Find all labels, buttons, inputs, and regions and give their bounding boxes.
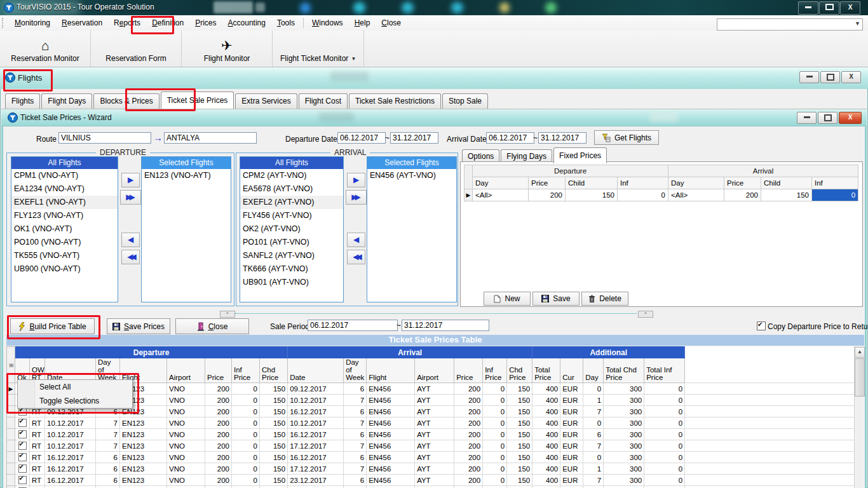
table-cell[interactable]: 16.12.2017 <box>45 463 96 475</box>
table-cell[interactable]: EUR <box>560 475 583 486</box>
table-cell[interactable]: VNO <box>167 417 205 429</box>
column-header-price[interactable]: Price <box>454 358 483 383</box>
table-cell[interactable]: 0 <box>644 383 685 395</box>
table-row[interactable]: ✔RT16.12.20176EN123VNO200015017.12.20177… <box>7 463 855 475</box>
table-cell[interactable]: 200 <box>205 440 232 452</box>
table-cell[interactable]: AYT <box>415 440 454 452</box>
departure-date-from-input[interactable] <box>337 132 386 144</box>
table-cell[interactable]: 0 <box>644 475 685 486</box>
tab-flight-cost[interactable]: Flight Cost <box>299 93 348 109</box>
minimize-button[interactable] <box>799 71 819 83</box>
table-cell[interactable]: 6 <box>344 406 367 417</box>
maximize-button[interactable] <box>819 1 839 15</box>
table-cell[interactable]: EN123 <box>120 440 167 452</box>
table-cell[interactable]: EN456 <box>367 440 415 452</box>
splitter-collapse-left[interactable]: ^ <box>220 311 235 318</box>
table-cell[interactable]: 300 <box>604 429 644 440</box>
flight-list-item[interactable]: EN456 (AYT-VNO) <box>367 169 456 182</box>
menu-item-tools[interactable]: Tools <box>271 16 301 30</box>
table-cell[interactable]: 0 <box>232 452 260 463</box>
table-cell[interactable]: 6 <box>96 475 120 486</box>
table-cell[interactable]: 0 <box>483 383 507 395</box>
table-cell[interactable]: 150 <box>260 452 288 463</box>
table-cell[interactable]: 150 <box>260 395 288 406</box>
table-cell[interactable]: 200 <box>454 475 483 486</box>
menu-item-definition[interactable]: Definition <box>146 16 189 30</box>
table-cell[interactable]: 150 <box>507 463 532 475</box>
table-cell[interactable]: EUR <box>560 463 583 475</box>
table-cell[interactable]: 0 <box>483 452 507 463</box>
column-header-total-chd-price[interactable]: Total Chd Price <box>604 358 644 383</box>
table-cell[interactable]: 200 <box>454 417 483 429</box>
get-flights-button[interactable]: Get Flights <box>594 130 659 145</box>
table-row[interactable]: ✔RT16.12.20176EN123VNO200015023.12.20176… <box>7 475 855 486</box>
flight-list-item[interactable]: EA1234 (VNO-AYT) <box>11 182 118 196</box>
departure-all-flights-list[interactable]: All Flights CPM1 (VNO-AYT)EA1234 (VNO-AY… <box>11 156 118 302</box>
table-cell[interactable]: 6 <box>344 452 367 463</box>
table-cell[interactable]: 0 <box>583 383 604 395</box>
arrival-date-to-input[interactable] <box>538 132 587 144</box>
table-cell[interactable]: 150 <box>260 475 288 486</box>
table-cell[interactable]: 0 <box>644 463 685 475</box>
table-cell[interactable]: VNO <box>167 429 205 440</box>
flight-list-item[interactable]: FLY123 (VNO-AYT) <box>11 209 118 222</box>
table-cell[interactable]: RT <box>30 475 45 486</box>
table-cell[interactable]: 200 <box>205 486 232 488</box>
table-cell[interactable]: 16.12.2017 <box>45 452 96 463</box>
table-cell[interactable]: 0 <box>583 417 604 429</box>
minimize-button[interactable] <box>798 1 818 15</box>
table-cell[interactable]: 150 <box>260 383 288 395</box>
row-checkbox[interactable]: ✔ <box>18 430 27 438</box>
table-cell[interactable]: EN123 <box>120 475 167 486</box>
column-header-price[interactable]: Price <box>205 358 232 383</box>
close-button[interactable]: X <box>841 71 861 83</box>
column-header-day-of-week[interactable]: Day of Week <box>344 358 367 383</box>
table-cell[interactable]: 0 <box>644 452 685 463</box>
table-cell[interactable]: EUR <box>560 452 583 463</box>
table-cell[interactable]: EN456 <box>367 486 415 488</box>
table-cell[interactable]: 10.12.2017 <box>45 417 96 429</box>
table-cell[interactable]: 300 <box>604 383 644 395</box>
column-header-chd-price[interactable]: Chd Price <box>260 358 288 383</box>
table-cell[interactable]: EUR <box>560 417 583 429</box>
move-left-button[interactable]: ◀ <box>347 233 365 247</box>
table-cell[interactable]: 17.12.2017 <box>45 486 96 488</box>
table-cell[interactable]: VNO <box>167 452 205 463</box>
flight-list-item[interactable]: UB900 (VNO-AYT) <box>11 262 118 276</box>
table-row[interactable]: ✔RT09.12.20176EN123VNO200015016.12.20176… <box>7 406 855 417</box>
table-cell[interactable]: 6 <box>583 429 604 440</box>
table-cell[interactable]: 0 <box>232 417 260 429</box>
table-cell[interactable]: 200 <box>454 383 483 395</box>
table-cell[interactable]: 200 <box>454 486 483 488</box>
table-cell[interactable]: 150 <box>507 395 532 406</box>
table-cell[interactable]: 0 <box>232 406 260 417</box>
build-price-table-button[interactable]: Build Price Table <box>10 318 95 334</box>
table-cell[interactable]: VNO <box>167 395 205 406</box>
fixed-grid-cell[interactable]: 150 <box>761 189 812 201</box>
table-cell[interactable]: 7 <box>96 429 120 440</box>
table-scrollbar[interactable]: ▲ <box>854 346 865 488</box>
table-cell[interactable]: 200 <box>454 406 483 417</box>
table-cell[interactable]: RT <box>30 452 45 463</box>
fixed-grid-cell[interactable]: 150 <box>566 189 618 201</box>
table-cell[interactable]: EUR <box>560 440 583 452</box>
table-cell[interactable]: 200 <box>205 406 232 417</box>
table-cell[interactable]: 0 <box>232 395 260 406</box>
table-cell[interactable]: 400 <box>532 417 560 429</box>
flight-list-item[interactable]: FLY456 (AYT-VNO) <box>240 209 343 222</box>
table-cell[interactable]: VNO <box>167 463 205 475</box>
flight-list-item[interactable]: EA5678 (AYT-VNO) <box>240 182 343 196</box>
fixed-grid-header[interactable]: Day <box>668 177 724 189</box>
table-cell[interactable]: EN456 <box>367 417 415 429</box>
table-cell[interactable]: 300 <box>604 486 644 488</box>
table-cell[interactable]: AYT <box>415 475 454 486</box>
table-cell[interactable]: EN123 <box>120 486 167 488</box>
table-cell[interactable]: 17.12.2017 <box>288 486 344 488</box>
table-cell[interactable]: 23.12.2017 <box>288 475 344 486</box>
save-button[interactable]: Save <box>532 292 580 306</box>
row-checkbox[interactable]: ✔ <box>18 407 27 416</box>
table-cell[interactable]: EN123 <box>120 463 167 475</box>
close-button[interactable]: X <box>839 112 862 124</box>
table-cell[interactable]: 400 <box>532 463 560 475</box>
table-cell[interactable]: 400 <box>532 440 560 452</box>
